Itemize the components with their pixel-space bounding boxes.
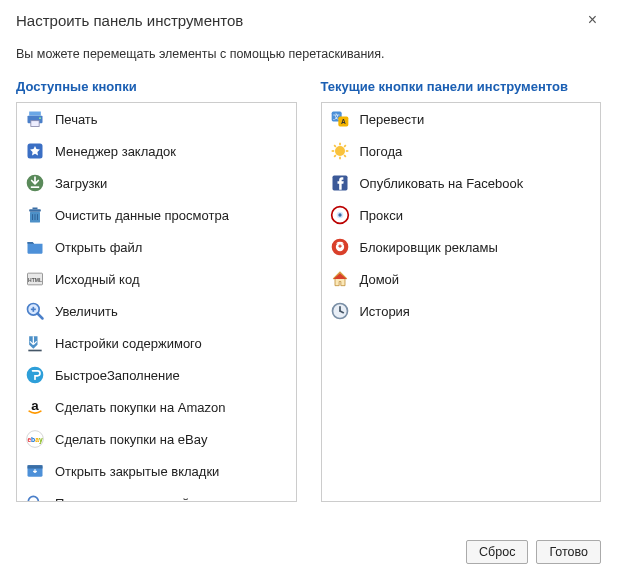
list-item-label: Опубликовать на Facebook xyxy=(360,176,524,191)
current-listbox: 文AПеревестиПогодаОпубликовать на Faceboo… xyxy=(321,102,602,502)
list-item-label: Поиск на текущем сайте xyxy=(55,496,202,502)
list-item[interactable]: HTMLИсходный код xyxy=(17,263,296,295)
list-item[interactable]: Настройки содержимого xyxy=(17,327,296,359)
svg-point-3 xyxy=(39,117,41,119)
list-item-label: Домой xyxy=(360,272,400,287)
list-item-label: Погода xyxy=(360,144,403,159)
list-item[interactable]: aСделать покупки на Amazon xyxy=(17,391,296,423)
svg-rect-9 xyxy=(33,208,38,210)
svg-point-26 xyxy=(28,496,38,501)
list-item[interactable]: Менеджер закладок xyxy=(17,135,296,167)
ebay-icon: ebay xyxy=(25,429,45,449)
svg-line-40 xyxy=(344,145,346,147)
svg-rect-2 xyxy=(31,121,39,127)
list-item[interactable]: Увеличить xyxy=(17,295,296,327)
proxy-icon xyxy=(330,205,350,225)
dialog-title: Настроить панель инструментов xyxy=(16,12,243,29)
svg-rect-19 xyxy=(28,350,41,352)
svg-line-37 xyxy=(334,145,336,147)
home-icon xyxy=(330,269,350,289)
available-list[interactable]: ПечатьМенеджер закладокЗагрузкиОчистить … xyxy=(17,103,296,501)
list-item[interactable]: Опубликовать на Facebook xyxy=(322,167,601,199)
list-item[interactable]: ebayСделать покупки на eBay xyxy=(17,423,296,455)
list-item[interactable]: Домой xyxy=(322,263,601,295)
done-button[interactable]: Готово xyxy=(536,540,601,564)
list-item[interactable]: Погода xyxy=(322,135,601,167)
settings-dl-icon xyxy=(25,333,45,353)
svg-rect-6 xyxy=(31,186,39,188)
list-item-label: Очистить данные просмотра xyxy=(55,208,229,223)
svg-line-38 xyxy=(344,155,346,157)
list-item-label: Загрузки xyxy=(55,176,107,191)
svg-point-44 xyxy=(338,213,341,216)
list-item-label: Настройки содержимого xyxy=(55,336,202,351)
list-item[interactable]: 文AПеревести xyxy=(322,103,601,135)
list-item-label: Сделать покупки на Amazon xyxy=(55,400,226,415)
list-item[interactable]: Блокировщик рекламы xyxy=(322,231,601,263)
search-icon xyxy=(25,493,45,501)
list-item-label: Открыть файл xyxy=(55,240,142,255)
list-item-label: Блокировщик рекламы xyxy=(360,240,498,255)
close-button[interactable]: × xyxy=(584,12,601,28)
list-item-label: История xyxy=(360,304,410,319)
dialog-subtitle: Вы можете перемещать элементы с помощью … xyxy=(16,47,601,61)
bookmark-icon xyxy=(25,141,45,161)
translate-icon: 文A xyxy=(330,109,350,129)
svg-rect-25 xyxy=(28,465,43,468)
list-item[interactable]: История xyxy=(322,295,601,327)
list-item-label: Сделать покупки на eBay xyxy=(55,432,208,447)
current-header: Текущие кнопки панели инструментов xyxy=(321,79,602,94)
svg-text:ebay: ebay xyxy=(27,436,42,444)
svg-line-39 xyxy=(334,155,336,157)
history-icon xyxy=(330,301,350,321)
download-icon xyxy=(25,173,45,193)
list-item-label: Прокси xyxy=(360,208,403,223)
list-item[interactable]: Прокси xyxy=(322,199,601,231)
reset-button[interactable]: Сброс xyxy=(466,540,528,564)
list-item-label: Увеличить xyxy=(55,304,118,319)
current-list[interactable]: 文AПеревестиПогодаОпубликовать на Faceboo… xyxy=(322,103,601,501)
svg-text:A: A xyxy=(340,118,345,125)
svg-line-16 xyxy=(38,314,43,319)
list-item[interactable]: Печать xyxy=(17,103,296,135)
autofill-icon xyxy=(25,365,45,385)
svg-text:a: a xyxy=(31,398,39,413)
trash-icon xyxy=(25,205,45,225)
list-item-label: Исходный код xyxy=(55,272,140,287)
zoom-icon xyxy=(25,301,45,321)
list-item[interactable]: БыстроеЗаполнение xyxy=(17,359,296,391)
svg-point-32 xyxy=(335,146,345,156)
list-item[interactable]: Поиск на текущем сайте xyxy=(17,487,296,501)
print-icon xyxy=(25,109,45,129)
available-listbox: ПечатьМенеджер закладокЗагрузкиОчистить … xyxy=(16,102,297,502)
svg-text:HTML: HTML xyxy=(28,277,42,283)
html-icon: HTML xyxy=(25,269,45,289)
adblock-icon xyxy=(330,237,350,257)
list-item[interactable]: Открыть файл xyxy=(17,231,296,263)
svg-rect-8 xyxy=(29,209,41,212)
list-item-label: Менеджер закладок xyxy=(55,144,176,159)
available-header: Доступные кнопки xyxy=(16,79,297,94)
folder-icon xyxy=(25,237,45,257)
weather-icon xyxy=(330,141,350,161)
list-item-label: Печать xyxy=(55,112,98,127)
svg-rect-0 xyxy=(29,112,41,116)
list-item-label: БыстроеЗаполнение xyxy=(55,368,180,383)
facebook-icon xyxy=(330,173,350,193)
list-item[interactable]: Загрузки xyxy=(17,167,296,199)
list-item-label: Перевести xyxy=(360,112,425,127)
list-item-label: Открыть закрытые вкладки xyxy=(55,464,219,479)
amazon-icon: a xyxy=(25,397,45,417)
list-item[interactable]: Очистить данные просмотра xyxy=(17,199,296,231)
list-item[interactable]: Открыть закрытые вкладки xyxy=(17,455,296,487)
restore-icon xyxy=(25,461,45,481)
